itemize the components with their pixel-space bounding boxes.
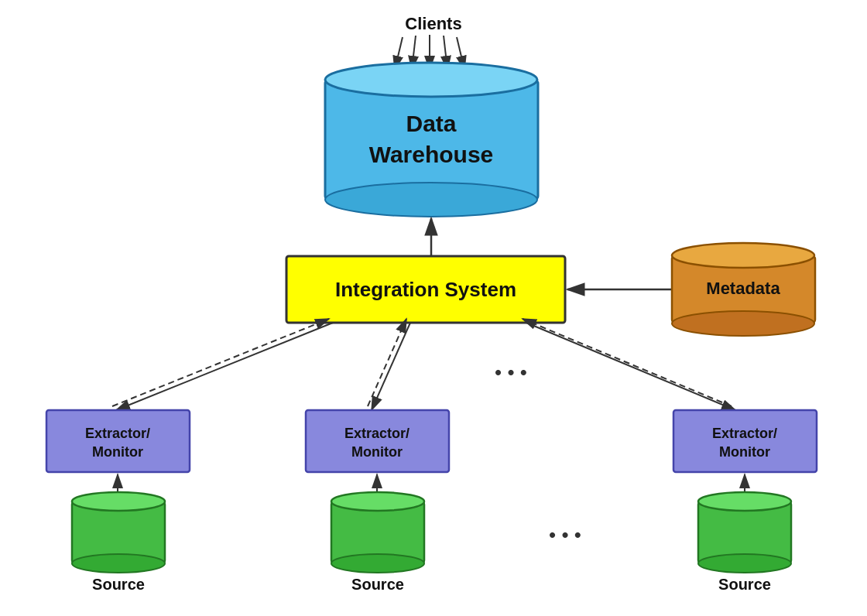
source-left-label: Source bbox=[92, 576, 145, 593]
extractor-monitor-center-label: Extractor/ bbox=[344, 426, 410, 441]
extractor-monitor-right-label: Extractor/ bbox=[712, 426, 777, 441]
extractor-monitor-right-label2: Monitor bbox=[719, 444, 770, 460]
svg-line-18 bbox=[368, 319, 406, 406]
svg-point-29 bbox=[331, 554, 424, 573]
svg-point-8 bbox=[325, 63, 537, 97]
data-warehouse-label2: Warehouse bbox=[369, 142, 494, 167]
ellipsis-bottom: • • • bbox=[549, 523, 581, 546]
svg-point-24 bbox=[72, 492, 165, 511]
svg-point-33 bbox=[698, 554, 791, 573]
svg-point-28 bbox=[331, 492, 424, 511]
extractor-monitor-left-box bbox=[46, 410, 190, 472]
extractor-monitor-center-box bbox=[306, 410, 449, 472]
clients-label: Clients bbox=[405, 14, 461, 33]
extractor-monitor-right-box bbox=[673, 410, 817, 472]
metadata-label: Metadata bbox=[706, 279, 780, 298]
source-right-label: Source bbox=[718, 576, 771, 593]
svg-point-13 bbox=[672, 243, 814, 268]
svg-line-17 bbox=[372, 323, 410, 410]
extractor-monitor-left-label: Extractor/ bbox=[85, 426, 150, 441]
svg-point-9 bbox=[325, 183, 537, 217]
architecture-diagram: Clients Data Warehouse Integration Syste… bbox=[0, 0, 867, 616]
data-warehouse-label: Data bbox=[406, 111, 456, 136]
extractor-monitor-center-label2: Monitor bbox=[351, 444, 403, 460]
svg-point-32 bbox=[698, 492, 791, 511]
extractor-monitor-left-label2: Monitor bbox=[92, 444, 143, 460]
ellipsis-top: • • • bbox=[495, 361, 527, 384]
source-center-label: Source bbox=[351, 576, 404, 593]
svg-line-16 bbox=[112, 319, 329, 406]
svg-point-25 bbox=[72, 554, 165, 573]
integration-system-label: Integration System bbox=[335, 278, 516, 301]
svg-line-15 bbox=[116, 323, 333, 410]
svg-line-19 bbox=[526, 323, 735, 410]
svg-point-14 bbox=[672, 311, 814, 336]
